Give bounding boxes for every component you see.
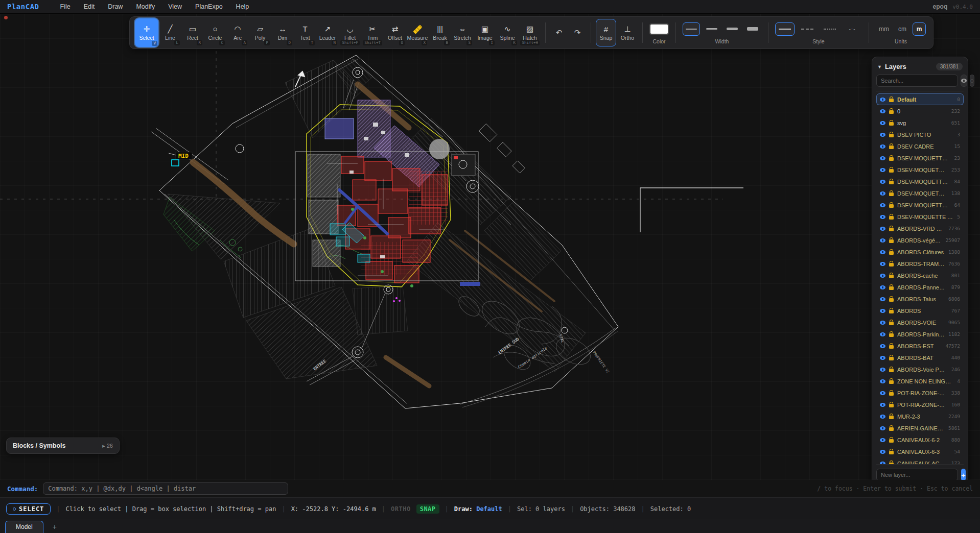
new-layer-input[interactable] (876, 469, 958, 481)
layer-row[interactable]: ABORDS-Panneaux si... 879 (876, 281, 964, 293)
menu-modify[interactable]: Modify (129, 1, 161, 12)
layer-lock-icon[interactable] (889, 427, 894, 431)
layer-row[interactable]: ABORDS-végétation 25907 (876, 234, 964, 246)
layers-panel-title[interactable]: ▼Layers (877, 63, 906, 70)
layer-visibility-eye-icon[interactable] (880, 438, 885, 442)
tool-button[interactable]: ╱ Line L (159, 19, 181, 46)
layer-lock-icon[interactable] (889, 192, 894, 196)
layer-visibility-eye-icon[interactable] (880, 98, 885, 102)
layer-row[interactable]: MUR-2-3 2249 (876, 410, 964, 422)
layer-lock-icon[interactable] (889, 275, 894, 278)
tool-button[interactable]: ◠ Arc A (227, 19, 248, 46)
layer-lock-icon[interactable] (889, 99, 894, 102)
layer-visibility-eye-icon[interactable] (880, 203, 885, 207)
layer-lock-icon[interactable] (889, 380, 894, 384)
layer-lock-icon[interactable] (889, 345, 894, 349)
layer-lock-icon[interactable] (889, 357, 894, 360)
menu-draw[interactable]: Draw (101, 1, 129, 12)
layer-row[interactable]: ABORDS-BAT 440 (876, 352, 964, 364)
layer-visibility-eye-icon[interactable] (880, 321, 885, 325)
layer-row[interactable]: ABORDS-cache 801 (876, 270, 964, 281)
layer-row[interactable]: 0 232 (876, 105, 964, 117)
menu-file[interactable]: File (54, 1, 77, 12)
layer-row[interactable]: ABORDS-Clôtures 1380 (876, 246, 964, 258)
layer-lock-icon[interactable] (889, 369, 894, 372)
style-option-dotted[interactable] (820, 22, 839, 36)
layer-row[interactable]: ABORDS-Talus 6806 (876, 293, 964, 305)
menu-edit[interactable]: Edit (77, 1, 102, 12)
layer-visibility-eye-icon[interactable] (880, 285, 885, 289)
layer-row[interactable]: ABORDS-EST 47572 (876, 340, 964, 352)
layer-row[interactable]: DSEV-MOQUETTE BLA... 84 (876, 176, 964, 187)
layer-lock-icon[interactable] (889, 146, 894, 149)
width-option-3[interactable] (724, 22, 741, 36)
layer-lock-icon[interactable] (889, 251, 894, 255)
layer-lock-icon[interactable] (889, 239, 894, 243)
layer-row[interactable]: DSEV-MOQUETTE MO... 138 (876, 187, 964, 199)
isolate-layers-button[interactable]: ◌ (970, 75, 974, 87)
layer-visibility-eye-icon[interactable] (880, 191, 885, 196)
layer-visibility-eye-icon[interactable] (880, 168, 885, 172)
layers-search-input[interactable] (876, 75, 958, 87)
tool-button[interactable]: ▱ Poly P (249, 19, 271, 46)
layer-visibility-eye-icon[interactable] (880, 109, 885, 113)
layer-row[interactable]: Default 0 (876, 93, 964, 105)
menu-help[interactable]: Help (229, 1, 256, 12)
tool-button[interactable]: ○ Circle C (204, 19, 226, 46)
layer-visibility-eye-icon[interactable] (880, 415, 885, 419)
tool-button[interactable]: ▣ Image I (474, 19, 496, 46)
layer-visibility-eye-icon[interactable] (880, 309, 885, 313)
layer-lock-icon[interactable] (889, 134, 894, 137)
snap-toggle[interactable]: # Snap (596, 19, 616, 46)
drawing-canvas[interactable] (0, 14, 980, 482)
layer-visibility-eye-icon[interactable] (880, 391, 885, 395)
layer-visibility-eye-icon[interactable] (880, 379, 885, 383)
layer-visibility-eye-icon[interactable] (880, 262, 885, 266)
width-option-2[interactable] (703, 22, 720, 36)
menu-planexpo[interactable]: PlanExpo (189, 1, 229, 12)
unit-m[interactable]: m (913, 22, 926, 36)
unit-cm[interactable]: cm (895, 22, 909, 36)
layer-row[interactable]: DSEV-MOQUETTE AP... 5 (876, 211, 964, 223)
width-option-1[interactable] (683, 22, 700, 36)
layer-lock-icon[interactable] (889, 333, 894, 337)
layer-lock-icon[interactable] (889, 122, 894, 126)
redo-button[interactable]: ↷ (569, 24, 586, 41)
layer-row[interactable]: DSEV-MOQUETTE RO... 23 (876, 152, 964, 164)
layer-row[interactable]: DSEV-MOQUETTE TO... 253 (876, 164, 964, 176)
layer-visibility-eye-icon[interactable] (880, 403, 885, 407)
tool-button[interactable]: ∿ Spline K (497, 19, 518, 46)
add-tab-button[interactable]: + (49, 522, 61, 533)
tool-button[interactable]: ◡ Fillet Shift+F (339, 19, 361, 46)
layer-row[interactable]: DSEV PICTO 3 (876, 129, 964, 140)
tool-button[interactable]: ▭ Rect R (182, 19, 203, 46)
layer-visibility-eye-icon[interactable] (880, 215, 885, 219)
layer-row[interactable]: CANIVEAUX-ACCUEIL 173 (876, 457, 964, 464)
layer-lock-icon[interactable] (889, 392, 894, 396)
layer-visibility-eye-icon[interactable] (880, 250, 885, 254)
layer-lock-icon[interactable] (889, 169, 894, 173)
mode-badge[interactable]: SELECT (6, 503, 51, 515)
layer-visibility-eye-icon[interactable] (880, 368, 885, 372)
layer-lock-icon[interactable] (889, 216, 894, 220)
layer-row[interactable]: ABORDS-TRAMWAY 7636 (876, 258, 964, 270)
layer-row[interactable]: svg 651 (876, 117, 964, 129)
layer-visibility-eye-icon[interactable] (880, 450, 885, 454)
tab-model[interactable]: Model (5, 521, 43, 533)
layer-row[interactable]: CANIVEAUX-6-2 880 (876, 434, 964, 446)
tool-button[interactable]: ↗ Leader N (317, 19, 338, 46)
layer-row[interactable]: DSEV-MOQUETTE BL... 64 (876, 199, 964, 211)
layer-lock-icon[interactable] (889, 110, 894, 114)
unit-mm[interactable]: mm (876, 22, 892, 36)
layer-visibility-eye-icon[interactable] (880, 227, 885, 231)
layer-visibility-eye-icon[interactable] (880, 426, 885, 430)
style-option-dashdot[interactable]: -·- (843, 22, 862, 36)
undo-button[interactable]: ↶ (550, 24, 568, 41)
menu-view[interactable]: View (161, 1, 189, 12)
layer-lock-icon[interactable] (889, 298, 894, 302)
layer-lock-icon[interactable] (889, 310, 894, 313)
layer-row[interactable]: POT-RIA-ZONE-NON-... 160 (876, 399, 964, 410)
layer-lock-icon[interactable] (889, 439, 894, 443)
layer-row[interactable]: ABORDS-Voie Pompiers 246 (876, 364, 964, 375)
layer-lock-icon[interactable] (889, 263, 894, 266)
